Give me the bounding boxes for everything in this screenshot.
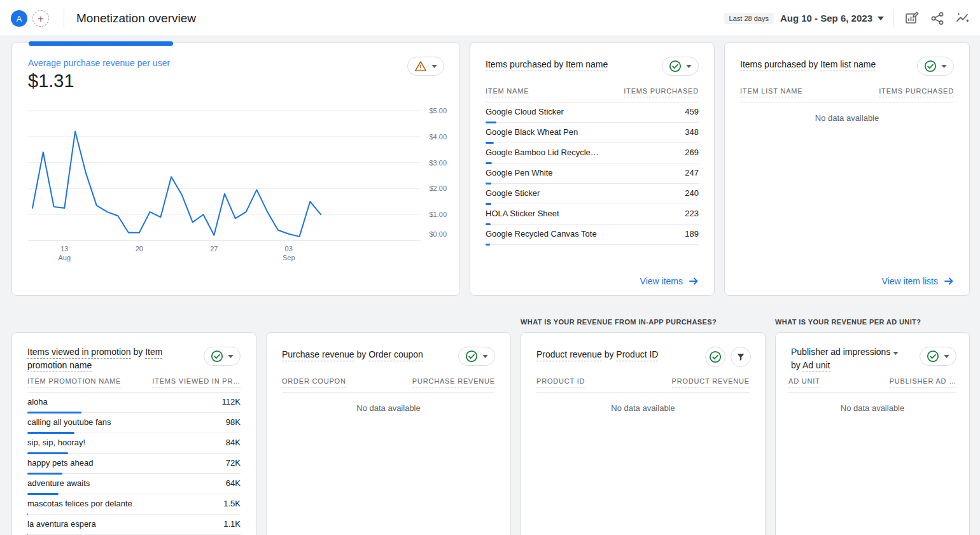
divider — [788, 392, 956, 393]
chevron-down-icon — [941, 65, 947, 68]
column-header[interactable]: ITEM LIST NAME — [740, 87, 802, 97]
no-data-message: No data available — [521, 403, 765, 413]
row-label: Google Cloud Sticker — [486, 107, 564, 116]
insight-status-dropdown[interactable] — [204, 347, 241, 366]
table-row: happy pets ahead72K — [27, 454, 241, 474]
no-data-message: No data available — [267, 403, 510, 413]
x-axis-label: 03Sep — [273, 244, 305, 262]
insights-button[interactable] — [953, 9, 972, 28]
insights-icon — [955, 11, 970, 26]
table-row: Google Black Wheat Pen348 — [486, 123, 699, 143]
column-header[interactable]: PRODUCT REVENUE — [672, 377, 750, 387]
insight-status-dropdown[interactable] — [662, 57, 699, 76]
column-header[interactable]: AD UNIT — [788, 377, 820, 387]
table-header: AD UNIT PUBLISHER AD … — [788, 377, 956, 387]
x-axis-label: 13Aug — [48, 244, 80, 262]
x-axis: 13Aug202703Sep — [28, 244, 423, 263]
table-row: Google Pen White247 — [486, 163, 699, 184]
table-header: ORDER COUPON PURCHASE REVENUE — [282, 377, 495, 387]
insight-status-dropdown[interactable] — [917, 57, 954, 76]
dimension-term[interactable]: Item list name — [820, 59, 876, 71]
avg-purchase-revenue-card: Average purchase revenue per user $1.31 … — [11, 42, 460, 296]
card-title: Items purchased by Item list name — [740, 58, 876, 71]
table-row: adventure awaits64K — [27, 474, 241, 494]
filter-button[interactable] — [731, 347, 751, 367]
chevron-down-icon — [944, 355, 949, 358]
metric-title-link[interactable]: Average purchase revenue per user — [28, 58, 170, 68]
view-item-lists-link[interactable]: View item lists — [882, 276, 954, 286]
table-row: calling all youtube fans98K — [27, 413, 241, 433]
x-axis-label: 27 — [198, 244, 230, 253]
divider — [536, 392, 750, 393]
metric-term[interactable]: Items purchased — [740, 59, 806, 71]
table-header: ITEM LIST NAME ITEMS PURCHASED — [740, 87, 954, 97]
dimension-term[interactable]: Order coupon — [368, 349, 423, 361]
column-header[interactable]: ITEMS VIEWED IN PR… — [152, 377, 241, 387]
share-icon — [930, 11, 944, 25]
insight-status-button[interactable] — [705, 347, 725, 367]
dimension-term[interactable]: Product ID — [616, 349, 658, 361]
card-title: Items purchased by Item name — [486, 58, 608, 71]
product-revenue-by-product-id-card: Product revenue by Product ID PRODUCT ID… — [521, 332, 766, 535]
purchase-revenue-by-coupon-card: Purchase revenue by Order coupon ORDER C… — [266, 332, 511, 535]
row-label: la aventura espera — [27, 519, 96, 529]
dimension-term[interactable]: Ad unit — [802, 360, 830, 372]
carousel-scroll-indicator[interactable] — [29, 41, 173, 46]
row-value: 84K — [226, 438, 241, 447]
view-items-link[interactable]: View items — [640, 276, 699, 286]
y-axis-label: $3.00 — [429, 159, 447, 167]
row-value: 98K — [226, 417, 241, 427]
row-value: 247 — [685, 168, 699, 177]
table-row: HOLA Sticker Sheet223 — [486, 204, 699, 225]
row-bar — [486, 244, 490, 246]
row-label: Google Pen White — [486, 168, 553, 177]
filter-icon — [736, 352, 746, 362]
joiner: by — [554, 59, 563, 69]
check-circle-icon — [211, 350, 223, 363]
insight-status-dropdown[interactable] — [458, 347, 495, 366]
column-header[interactable]: ITEMS PURCHASED — [624, 87, 699, 97]
share-report-button[interactable] — [928, 9, 947, 28]
column-header[interactable]: PRODUCT ID — [536, 377, 585, 387]
column-header[interactable]: ORDER COUPON — [282, 377, 346, 387]
arrow-right-icon — [944, 276, 954, 286]
column-header[interactable]: ITEM PROMOTION NAME — [27, 377, 121, 387]
column-header[interactable]: ITEM NAME — [486, 87, 529, 97]
joiner: by — [808, 59, 818, 69]
date-range-selector[interactable]: Aug 10 - Sep 6, 2023 — [780, 13, 884, 24]
avatar[interactable]: A — [11, 10, 27, 27]
arrow-right-icon — [689, 276, 699, 286]
table-row: aloha112K — [27, 393, 241, 413]
table-row: sip, sip, hooray!84K — [27, 433, 241, 454]
y-axis: $0.00$1.00$2.00$3.00$4.00$5.00 — [423, 106, 447, 243]
section-label-in-app: WHAT IS YOUR REVENUE FROM IN-APP PURCHAS… — [521, 318, 717, 326]
column-header[interactable]: PURCHASE REVENUE — [412, 377, 495, 387]
insight-status-dropdown[interactable] — [407, 57, 444, 76]
metric-term[interactable]: Product revenue — [536, 349, 602, 361]
page-title: Monetization overview — [76, 0, 196, 36]
header-divider — [893, 10, 893, 27]
add-comparison-button[interactable]: + — [32, 10, 49, 27]
items-purchased-by-item-list-card: Items purchased by Item list name ITEM L… — [724, 42, 970, 296]
joiner: by — [357, 349, 367, 359]
metric-term[interactable]: Items purchased — [486, 59, 552, 71]
divider — [740, 102, 954, 102]
row-label: aloha — [27, 397, 48, 406]
dimension-term[interactable]: Item name — [566, 59, 608, 71]
metric-term: Publisher ad impressions — [791, 347, 890, 357]
column-header[interactable]: ITEMS PURCHASED — [879, 87, 954, 97]
y-axis-label: $4.00 — [429, 133, 447, 141]
metric-term[interactable]: Items viewed in promotion — [27, 347, 131, 359]
revenue-line-chart[interactable]: $0.00$1.00$2.00$3.00$4.00$5.00 13Aug2027… — [28, 106, 448, 265]
link-label: View item lists — [882, 276, 938, 286]
y-axis-label: $1.00 — [429, 211, 447, 218]
chevron-down-icon — [228, 355, 234, 358]
insight-status-dropdown[interactable] — [920, 347, 956, 366]
customize-report-button[interactable] — [902, 9, 921, 28]
metric-selector[interactable]: Publisher ad impressions — [791, 347, 899, 357]
no-data-message: No data available — [776, 403, 969, 413]
row-label: Google Recycled Canvas Tote — [486, 229, 597, 239]
app-header: A + Monetization overview Last 28 days A… — [0, 0, 980, 36]
column-header[interactable]: PUBLISHER AD … — [890, 377, 956, 387]
metric-term[interactable]: Purchase revenue — [282, 349, 354, 361]
